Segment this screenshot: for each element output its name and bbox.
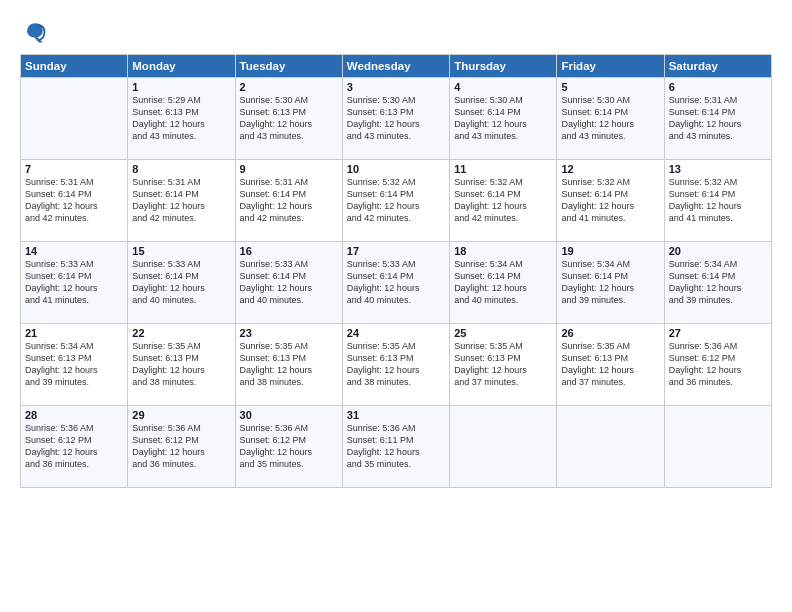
day-info: Sunrise: 5:32 AM Sunset: 6:14 PM Dayligh… bbox=[561, 176, 659, 225]
header-row: SundayMondayTuesdayWednesdayThursdayFrid… bbox=[21, 55, 772, 78]
day-cell: 18Sunrise: 5:34 AM Sunset: 6:14 PM Dayli… bbox=[450, 242, 557, 324]
day-cell: 10Sunrise: 5:32 AM Sunset: 6:14 PM Dayli… bbox=[342, 160, 449, 242]
day-cell: 13Sunrise: 5:32 AM Sunset: 6:14 PM Dayli… bbox=[664, 160, 771, 242]
day-cell: 14Sunrise: 5:33 AM Sunset: 6:14 PM Dayli… bbox=[21, 242, 128, 324]
day-cell: 5Sunrise: 5:30 AM Sunset: 6:14 PM Daylig… bbox=[557, 78, 664, 160]
day-cell: 19Sunrise: 5:34 AM Sunset: 6:14 PM Dayli… bbox=[557, 242, 664, 324]
day-info: Sunrise: 5:32 AM Sunset: 6:14 PM Dayligh… bbox=[347, 176, 445, 225]
day-number: 20 bbox=[669, 245, 767, 257]
day-cell: 8Sunrise: 5:31 AM Sunset: 6:14 PM Daylig… bbox=[128, 160, 235, 242]
page: SundayMondayTuesdayWednesdayThursdayFrid… bbox=[0, 0, 792, 500]
day-cell: 26Sunrise: 5:35 AM Sunset: 6:13 PM Dayli… bbox=[557, 324, 664, 406]
day-info: Sunrise: 5:36 AM Sunset: 6:11 PM Dayligh… bbox=[347, 422, 445, 471]
week-row-4: 21Sunrise: 5:34 AM Sunset: 6:13 PM Dayli… bbox=[21, 324, 772, 406]
day-info: Sunrise: 5:32 AM Sunset: 6:14 PM Dayligh… bbox=[454, 176, 552, 225]
col-header-thursday: Thursday bbox=[450, 55, 557, 78]
day-cell: 16Sunrise: 5:33 AM Sunset: 6:14 PM Dayli… bbox=[235, 242, 342, 324]
day-number: 13 bbox=[669, 163, 767, 175]
day-cell bbox=[557, 406, 664, 488]
day-number: 8 bbox=[132, 163, 230, 175]
day-cell: 30Sunrise: 5:36 AM Sunset: 6:12 PM Dayli… bbox=[235, 406, 342, 488]
day-cell bbox=[664, 406, 771, 488]
day-number: 23 bbox=[240, 327, 338, 339]
day-info: Sunrise: 5:30 AM Sunset: 6:14 PM Dayligh… bbox=[454, 94, 552, 143]
day-number: 15 bbox=[132, 245, 230, 257]
day-info: Sunrise: 5:35 AM Sunset: 6:13 PM Dayligh… bbox=[347, 340, 445, 389]
day-info: Sunrise: 5:32 AM Sunset: 6:14 PM Dayligh… bbox=[669, 176, 767, 225]
day-cell: 31Sunrise: 5:36 AM Sunset: 6:11 PM Dayli… bbox=[342, 406, 449, 488]
day-cell: 27Sunrise: 5:36 AM Sunset: 6:12 PM Dayli… bbox=[664, 324, 771, 406]
day-number: 7 bbox=[25, 163, 123, 175]
day-number: 17 bbox=[347, 245, 445, 257]
day-info: Sunrise: 5:30 AM Sunset: 6:13 PM Dayligh… bbox=[240, 94, 338, 143]
day-info: Sunrise: 5:35 AM Sunset: 6:13 PM Dayligh… bbox=[240, 340, 338, 389]
day-info: Sunrise: 5:36 AM Sunset: 6:12 PM Dayligh… bbox=[132, 422, 230, 471]
col-header-tuesday: Tuesday bbox=[235, 55, 342, 78]
day-cell: 24Sunrise: 5:35 AM Sunset: 6:13 PM Dayli… bbox=[342, 324, 449, 406]
day-number: 30 bbox=[240, 409, 338, 421]
day-info: Sunrise: 5:33 AM Sunset: 6:14 PM Dayligh… bbox=[347, 258, 445, 307]
day-cell: 28Sunrise: 5:36 AM Sunset: 6:12 PM Dayli… bbox=[21, 406, 128, 488]
day-number: 10 bbox=[347, 163, 445, 175]
day-info: Sunrise: 5:33 AM Sunset: 6:14 PM Dayligh… bbox=[25, 258, 123, 307]
header bbox=[20, 18, 772, 46]
day-cell: 1Sunrise: 5:29 AM Sunset: 6:13 PM Daylig… bbox=[128, 78, 235, 160]
day-info: Sunrise: 5:29 AM Sunset: 6:13 PM Dayligh… bbox=[132, 94, 230, 143]
day-cell: 25Sunrise: 5:35 AM Sunset: 6:13 PM Dayli… bbox=[450, 324, 557, 406]
day-info: Sunrise: 5:30 AM Sunset: 6:13 PM Dayligh… bbox=[347, 94, 445, 143]
day-number: 5 bbox=[561, 81, 659, 93]
week-row-5: 28Sunrise: 5:36 AM Sunset: 6:12 PM Dayli… bbox=[21, 406, 772, 488]
logo bbox=[20, 18, 52, 46]
day-number: 6 bbox=[669, 81, 767, 93]
day-cell: 4Sunrise: 5:30 AM Sunset: 6:14 PM Daylig… bbox=[450, 78, 557, 160]
day-number: 29 bbox=[132, 409, 230, 421]
day-info: Sunrise: 5:34 AM Sunset: 6:14 PM Dayligh… bbox=[561, 258, 659, 307]
day-number: 12 bbox=[561, 163, 659, 175]
day-number: 27 bbox=[669, 327, 767, 339]
col-header-sunday: Sunday bbox=[21, 55, 128, 78]
day-info: Sunrise: 5:36 AM Sunset: 6:12 PM Dayligh… bbox=[25, 422, 123, 471]
day-number: 21 bbox=[25, 327, 123, 339]
day-number: 11 bbox=[454, 163, 552, 175]
day-number: 18 bbox=[454, 245, 552, 257]
day-info: Sunrise: 5:34 AM Sunset: 6:14 PM Dayligh… bbox=[669, 258, 767, 307]
col-header-monday: Monday bbox=[128, 55, 235, 78]
day-cell: 23Sunrise: 5:35 AM Sunset: 6:13 PM Dayli… bbox=[235, 324, 342, 406]
day-info: Sunrise: 5:35 AM Sunset: 6:13 PM Dayligh… bbox=[132, 340, 230, 389]
day-number: 3 bbox=[347, 81, 445, 93]
day-number: 16 bbox=[240, 245, 338, 257]
day-number: 2 bbox=[240, 81, 338, 93]
day-cell: 20Sunrise: 5:34 AM Sunset: 6:14 PM Dayli… bbox=[664, 242, 771, 324]
week-row-2: 7Sunrise: 5:31 AM Sunset: 6:14 PM Daylig… bbox=[21, 160, 772, 242]
day-cell: 3Sunrise: 5:30 AM Sunset: 6:13 PM Daylig… bbox=[342, 78, 449, 160]
week-row-1: 1Sunrise: 5:29 AM Sunset: 6:13 PM Daylig… bbox=[21, 78, 772, 160]
day-info: Sunrise: 5:34 AM Sunset: 6:13 PM Dayligh… bbox=[25, 340, 123, 389]
day-info: Sunrise: 5:33 AM Sunset: 6:14 PM Dayligh… bbox=[132, 258, 230, 307]
day-cell bbox=[450, 406, 557, 488]
day-info: Sunrise: 5:31 AM Sunset: 6:14 PM Dayligh… bbox=[132, 176, 230, 225]
day-cell: 17Sunrise: 5:33 AM Sunset: 6:14 PM Dayli… bbox=[342, 242, 449, 324]
day-info: Sunrise: 5:31 AM Sunset: 6:14 PM Dayligh… bbox=[240, 176, 338, 225]
day-cell: 29Sunrise: 5:36 AM Sunset: 6:12 PM Dayli… bbox=[128, 406, 235, 488]
day-cell: 15Sunrise: 5:33 AM Sunset: 6:14 PM Dayli… bbox=[128, 242, 235, 324]
day-number: 4 bbox=[454, 81, 552, 93]
day-cell bbox=[21, 78, 128, 160]
day-cell: 22Sunrise: 5:35 AM Sunset: 6:13 PM Dayli… bbox=[128, 324, 235, 406]
day-cell: 11Sunrise: 5:32 AM Sunset: 6:14 PM Dayli… bbox=[450, 160, 557, 242]
day-number: 26 bbox=[561, 327, 659, 339]
day-info: Sunrise: 5:33 AM Sunset: 6:14 PM Dayligh… bbox=[240, 258, 338, 307]
day-info: Sunrise: 5:35 AM Sunset: 6:13 PM Dayligh… bbox=[561, 340, 659, 389]
day-number: 14 bbox=[25, 245, 123, 257]
day-number: 24 bbox=[347, 327, 445, 339]
day-number: 9 bbox=[240, 163, 338, 175]
col-header-saturday: Saturday bbox=[664, 55, 771, 78]
day-info: Sunrise: 5:31 AM Sunset: 6:14 PM Dayligh… bbox=[669, 94, 767, 143]
logo-icon bbox=[20, 18, 48, 46]
day-info: Sunrise: 5:36 AM Sunset: 6:12 PM Dayligh… bbox=[240, 422, 338, 471]
week-row-3: 14Sunrise: 5:33 AM Sunset: 6:14 PM Dayli… bbox=[21, 242, 772, 324]
day-cell: 9Sunrise: 5:31 AM Sunset: 6:14 PM Daylig… bbox=[235, 160, 342, 242]
day-number: 28 bbox=[25, 409, 123, 421]
day-cell: 21Sunrise: 5:34 AM Sunset: 6:13 PM Dayli… bbox=[21, 324, 128, 406]
col-header-friday: Friday bbox=[557, 55, 664, 78]
day-info: Sunrise: 5:34 AM Sunset: 6:14 PM Dayligh… bbox=[454, 258, 552, 307]
